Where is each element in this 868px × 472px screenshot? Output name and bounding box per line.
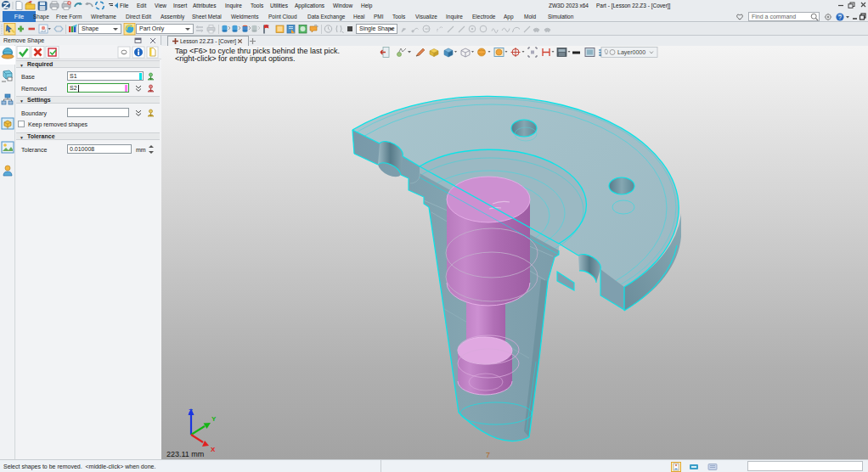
svg-text:X: X — [211, 446, 216, 453]
svg-text:Layer0000: Layer0000 — [617, 49, 645, 56]
svg-text:Y: Y — [211, 415, 217, 423]
svg-text:?: ? — [838, 14, 842, 20]
svg-text:Z: Z — [189, 407, 193, 415]
